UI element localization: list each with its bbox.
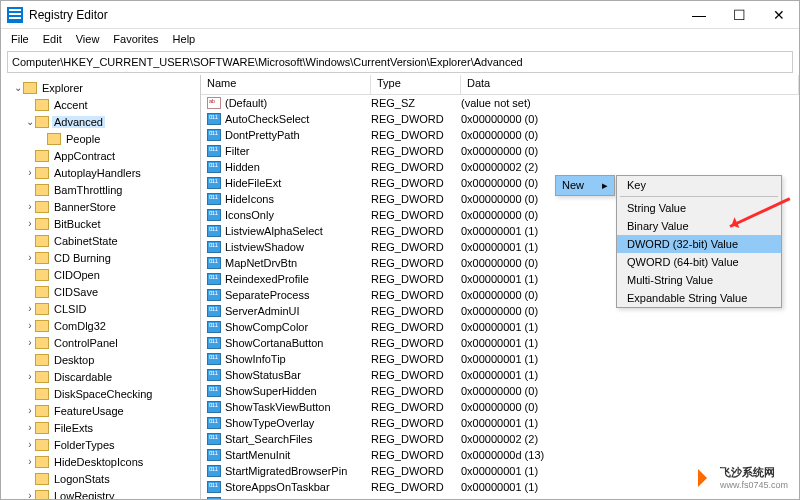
tree-item-root[interactable]: ⌄Explorer [1, 79, 200, 96]
col-name[interactable]: Name [201, 75, 371, 94]
tree-item[interactable]: ›LowRegistry [1, 487, 200, 499]
tree-item[interactable]: DiskSpaceChecking [1, 385, 200, 402]
key-tree[interactable]: ⌄ExplorerAccent⌄AdvancedPeopleAppContrac… [1, 75, 201, 499]
tree-item[interactable]: ›FileExts [1, 419, 200, 436]
value-row[interactable]: ShowInfoTipREG_DWORD0x00000001 (1) [201, 351, 799, 367]
value-row[interactable]: HiddenREG_DWORD0x00000002 (2) [201, 159, 799, 175]
ctx-item[interactable]: Binary Value [617, 217, 781, 235]
ctx-item[interactable]: Expandable String Value [617, 289, 781, 307]
minimize-button[interactable]: ― [679, 1, 719, 29]
tree-item[interactable]: CIDOpen [1, 266, 200, 283]
tree-item[interactable]: ›BitBucket [1, 215, 200, 232]
menu-favorites[interactable]: Favorites [107, 31, 164, 47]
folder-icon [35, 235, 49, 247]
value-row[interactable]: ShowCompColorREG_DWORD0x00000001 (1) [201, 319, 799, 335]
tree-item[interactable]: ›BannerStore [1, 198, 200, 215]
ctx-new-item[interactable]: New ▸ [556, 176, 614, 195]
tree-label: CabinetState [52, 235, 120, 247]
tree-item[interactable]: ›CLSID [1, 300, 200, 317]
value-type-icon [207, 97, 221, 109]
value-data: (value not set) [461, 97, 799, 109]
value-row[interactable]: (Default)REG_SZ(value not set) [201, 95, 799, 111]
tree-item[interactable]: CabinetState [1, 232, 200, 249]
tree-item[interactable]: ›HideDesktopIcons [1, 453, 200, 470]
value-type: REG_DWORD [371, 113, 461, 125]
menu-file[interactable]: File [5, 31, 35, 47]
tree-item[interactable]: ⌄Advanced [1, 113, 200, 130]
value-row[interactable]: ShowSuperHiddenREG_DWORD0x00000000 (0) [201, 383, 799, 399]
value-row[interactable]: ShowStatusBarREG_DWORD0x00000001 (1) [201, 367, 799, 383]
context-submenu-new-type[interactable]: KeyString ValueBinary ValueDWORD (32-bit… [616, 175, 782, 308]
menu-edit[interactable]: Edit [37, 31, 68, 47]
value-row[interactable]: Start_SearchFilesREG_DWORD0x00000002 (2) [201, 431, 799, 447]
menu-view[interactable]: View [70, 31, 106, 47]
value-name: ShowSuperHidden [225, 385, 371, 397]
folder-icon [35, 286, 49, 298]
window-title: Registry Editor [29, 8, 679, 22]
value-name: Start_SearchFiles [225, 433, 371, 445]
value-row[interactable]: DontPrettyPathREG_DWORD0x00000000 (0) [201, 127, 799, 143]
tree-item[interactable]: ›ControlPanel [1, 334, 200, 351]
value-type-icon [207, 465, 221, 477]
value-data: 0x00000000 (0) [461, 385, 799, 397]
value-type-icon [207, 193, 221, 205]
close-button[interactable]: ✕ [759, 1, 799, 29]
value-type-icon [207, 257, 221, 269]
value-type: REG_DWORD [371, 497, 461, 499]
value-type: REG_DWORD [371, 481, 461, 493]
value-row[interactable]: TaskbarAnimationsREG_DWORD0x00000001 (1) [201, 495, 799, 499]
value-row[interactable]: AutoCheckSelectREG_DWORD0x00000000 (0) [201, 111, 799, 127]
value-type: REG_DWORD [371, 193, 461, 205]
col-type[interactable]: Type [371, 75, 461, 94]
window-controls: ― ☐ ✕ [679, 1, 799, 29]
tree-item[interactable]: CIDSave [1, 283, 200, 300]
value-type: REG_DWORD [371, 289, 461, 301]
value-row[interactable]: ShowTypeOverlayREG_DWORD0x00000001 (1) [201, 415, 799, 431]
folder-icon [35, 218, 49, 230]
maximize-button[interactable]: ☐ [719, 1, 759, 29]
tree-item[interactable]: LogonStats [1, 470, 200, 487]
value-name: (Default) [225, 97, 371, 109]
tree-item[interactable]: BamThrottling [1, 181, 200, 198]
tree-item[interactable]: ›Discardable [1, 368, 200, 385]
menu-help[interactable]: Help [167, 31, 202, 47]
tree-item[interactable]: People [1, 130, 200, 147]
tree-item[interactable]: ›ComDlg32 [1, 317, 200, 334]
value-data: 0x0000000d (13) [461, 449, 799, 461]
col-data[interactable]: Data [461, 75, 799, 94]
folder-icon [35, 184, 49, 196]
value-type-icon [207, 305, 221, 317]
value-row[interactable]: StartMenuInitREG_DWORD0x0000000d (13) [201, 447, 799, 463]
value-name: ServerAdminUI [225, 305, 371, 317]
tree-item[interactable]: ›FolderTypes [1, 436, 200, 453]
tree-item[interactable]: Desktop [1, 351, 200, 368]
value-type-icon [207, 353, 221, 365]
value-type-icon [207, 417, 221, 429]
context-menu-new[interactable]: New ▸ [555, 175, 615, 196]
tree-item[interactable]: Accent [1, 96, 200, 113]
value-type: REG_DWORD [371, 129, 461, 141]
value-row[interactable]: ShowCortanaButtonREG_DWORD0x00000001 (1) [201, 335, 799, 351]
address-bar[interactable]: Computer\HKEY_CURRENT_USER\SOFTWARE\Micr… [7, 51, 793, 73]
value-type-icon [207, 161, 221, 173]
folder-icon [35, 320, 49, 332]
ctx-item[interactable]: Multi-String Value [617, 271, 781, 289]
value-type-icon [207, 369, 221, 381]
tree-label: ComDlg32 [52, 320, 108, 332]
value-type: REG_DWORD [371, 209, 461, 221]
tree-item[interactable]: ›FeatureUsage [1, 402, 200, 419]
value-row[interactable]: ShowTaskViewButtonREG_DWORD0x00000000 (0… [201, 399, 799, 415]
tree-label: Discardable [52, 371, 114, 383]
value-name: StartMigratedBrowserPin [225, 465, 371, 477]
value-name: ListviewShadow [225, 241, 371, 253]
tree-item[interactable]: ›AutoplayHandlers [1, 164, 200, 181]
value-type: REG_DWORD [371, 145, 461, 157]
tree-item[interactable]: ›CD Burning [1, 249, 200, 266]
ctx-item[interactable]: QWORD (64-bit) Value [617, 253, 781, 271]
ctx-item[interactable]: Key [617, 176, 781, 194]
tree-item[interactable]: AppContract [1, 147, 200, 164]
folder-icon [35, 388, 49, 400]
ctx-item[interactable]: DWORD (32-bit) Value [617, 235, 781, 253]
value-row[interactable]: FilterREG_DWORD0x00000000 (0) [201, 143, 799, 159]
value-type: REG_DWORD [371, 305, 461, 317]
